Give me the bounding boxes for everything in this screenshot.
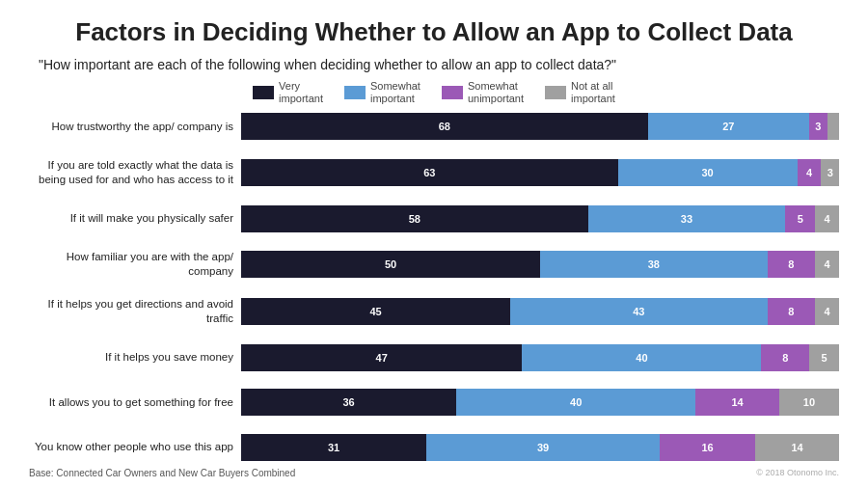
bar-segment: 40 — [522, 344, 761, 371]
row-label: It allows you to get something for free — [29, 395, 241, 410]
bar-row: How familiar you are with the app/ compa… — [29, 250, 839, 279]
row-label: How trustworthy the app/ company is — [29, 120, 241, 134]
bar-row: If it will make you physically safer5833… — [29, 205, 839, 232]
copyright: © 2018 Otonomo Inc. — [756, 468, 839, 478]
bar-segment: 68 — [241, 113, 648, 140]
legend-color — [545, 86, 566, 99]
row-label: If it will make you physically safer — [29, 211, 241, 226]
bar-row: If it helps you save money474085 — [29, 344, 839, 371]
bar-container: 503884 — [241, 251, 839, 278]
bar-row: It allows you to get something for free3… — [29, 389, 839, 416]
chart-area: How trustworthy the app/ company is68273… — [29, 113, 839, 463]
legend: Very importantSomewhat importantSomewhat… — [29, 80, 839, 105]
bar-segment: 4 — [815, 205, 839, 232]
row-label: If it helps you save money — [29, 350, 241, 365]
bar-container: 583354 — [241, 205, 839, 232]
bar-segment: 27 — [648, 113, 809, 140]
bar-segment: 14 — [695, 389, 779, 416]
row-label: How familiar you are with the app/ compa… — [29, 250, 241, 279]
bar-row: You know other people who use this app31… — [29, 434, 839, 461]
bar-segment: 3 — [809, 113, 827, 140]
legend-item: Not at all important — [545, 80, 615, 105]
footer-base: Base: Connected Car Owners and New Car B… — [29, 468, 295, 478]
bar-segment: 38 — [540, 251, 768, 278]
row-label: If it helps you get directions and avoid… — [29, 297, 241, 326]
bar-segment: 8 — [761, 344, 809, 371]
bar-segment: 39 — [426, 434, 660, 461]
legend-color — [442, 86, 463, 99]
legend-item: Somewhat important — [344, 80, 420, 105]
bar-segment: 16 — [660, 434, 755, 461]
bar-container: 36401410 — [241, 389, 839, 416]
bar-segment: 50 — [241, 251, 540, 278]
legend-color — [344, 86, 366, 99]
bar-segment: 30 — [618, 159, 798, 186]
legend-label: Not at all important — [571, 80, 615, 105]
bar-segment: 5 — [785, 205, 815, 232]
bar-container: 454384 — [241, 298, 839, 325]
bar-segment: 5 — [809, 344, 839, 371]
legend-item: Very important — [253, 80, 323, 105]
page-container: Factors in Deciding Whether to Allow an … — [0, 0, 868, 488]
bar-segment: 45 — [241, 298, 510, 325]
bar-segment: 63 — [241, 159, 618, 186]
bar-segment: 3 — [821, 159, 839, 186]
bar-container: 474085 — [241, 344, 839, 371]
bar-segment: 8 — [768, 298, 816, 325]
bar-container: 68273 — [241, 113, 839, 140]
bar-container: 633043 — [241, 159, 839, 186]
bar-row: If it helps you get directions and avoid… — [29, 297, 839, 326]
bar-segment: 4 — [815, 298, 839, 325]
bar-container: 31391614 — [241, 434, 839, 461]
legend-label: Somewhat unimportant — [468, 80, 524, 105]
bar-segment: 47 — [241, 344, 522, 371]
bar-segment: 33 — [588, 205, 786, 232]
legend-item: Somewhat unimportant — [442, 80, 524, 105]
bar-segment: 31 — [241, 434, 426, 461]
subtitle: "How important are each of the following… — [39, 57, 839, 72]
row-label: If you are told exactly what the data is… — [29, 158, 241, 187]
bar-segment: 14 — [755, 434, 839, 461]
bar-segment: 8 — [768, 251, 816, 278]
row-label: You know other people who use this app — [29, 440, 241, 454]
main-title: Factors in Deciding Whether to Allow an … — [29, 17, 839, 47]
bar-segment: 43 — [510, 298, 768, 325]
bar-segment: 10 — [779, 389, 839, 416]
footer: Base: Connected Car Owners and New Car B… — [29, 468, 839, 478]
bar-segment: 40 — [456, 389, 695, 416]
legend-label: Very important — [279, 80, 323, 105]
bar-segment: 58 — [241, 205, 588, 232]
legend-color — [253, 86, 274, 99]
bar-row: How trustworthy the app/ company is68273 — [29, 113, 839, 140]
bar-row: If you are told exactly what the data is… — [29, 158, 839, 187]
bar-segment: 36 — [241, 389, 456, 416]
bar-segment: 4 — [815, 251, 839, 278]
bar-segment: 4 — [798, 159, 822, 186]
bar-segment — [827, 113, 839, 140]
legend-label: Somewhat important — [370, 80, 420, 105]
